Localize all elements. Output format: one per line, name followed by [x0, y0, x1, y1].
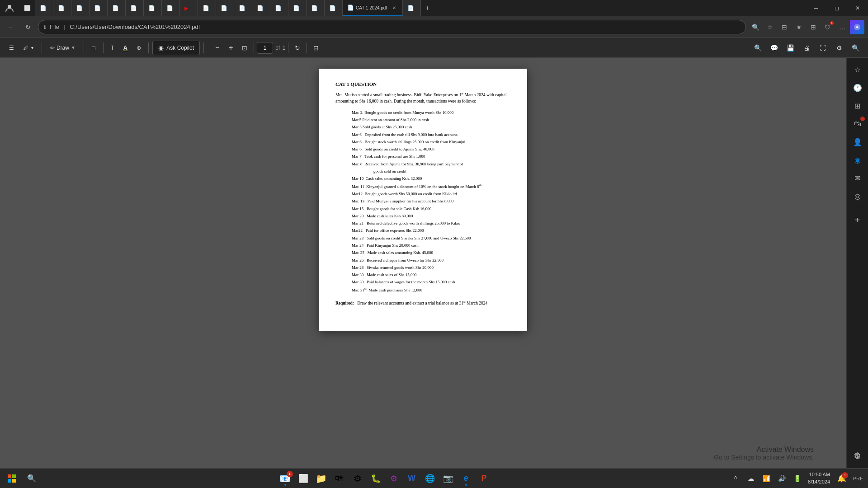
new-tab-button[interactable]: + [421, 4, 434, 12]
tab-12[interactable]: 📄 [234, 0, 252, 16]
tab-13[interactable]: 📄 [252, 0, 270, 16]
search-taskbar-button[interactable]: 🔍 [24, 470, 40, 487]
window-manager-icon[interactable]: ⬜ [19, 0, 35, 16]
minimize-button[interactable]: ─ [806, 0, 826, 16]
browser-essentials-icon[interactable]: 🛡 1 [821, 20, 835, 34]
tab-close-btn[interactable]: ✕ [391, 4, 398, 11]
favorites-sidebar-icon[interactable]: ☆ [849, 61, 866, 78]
comment-button[interactable]: 💬 [767, 41, 781, 55]
two-page-button[interactable]: ⊟ [310, 42, 322, 54]
system-clock[interactable]: 10:50 AM 8/14/2024 [806, 471, 832, 485]
tab-1[interactable]: 📄 [35, 0, 53, 16]
close-button[interactable]: ✕ [847, 0, 868, 16]
annotation-icon: 🖊 [23, 45, 28, 51]
explorer-taskbar-app[interactable]: 📁 [313, 470, 330, 487]
tab-9[interactable]: ▶ [180, 0, 198, 16]
tab-18-active[interactable]: 📄 CAT 1 2024.pdf ✕ [343, 0, 403, 16]
profile-icon-btn[interactable] [3, 1, 16, 15]
edge-running-indicator [465, 484, 467, 486]
zoom-in-button[interactable]: + [225, 42, 237, 54]
favorites-bar-icon[interactable]: ★ [792, 20, 806, 34]
sidebar-add-icon[interactable]: + [849, 212, 866, 228]
app2-taskbar-app[interactable]: ⚙ [386, 470, 402, 487]
print-button[interactable]: 🖨 [799, 41, 814, 55]
tab-4[interactable]: 📄 [90, 0, 108, 16]
settings-taskbar-app[interactable]: ⚙ [349, 470, 366, 487]
mail-taskbar-app[interactable]: 📧 1 [277, 470, 293, 487]
collections-sidebar-icon[interactable]: ⊞ [849, 98, 866, 114]
highlight-button[interactable]: A [119, 41, 131, 55]
tab-19[interactable]: 📄 [403, 0, 421, 16]
tab-3[interactable]: 📄 [71, 0, 90, 16]
save-button[interactable]: 💾 [783, 41, 797, 55]
word-taskbar-app[interactable]: W [404, 470, 420, 487]
tab-14[interactable]: 📄 [270, 0, 288, 16]
separator: | [64, 23, 65, 30]
zoom-out-button[interactable]: − [211, 42, 224, 54]
mail-sidebar-icon[interactable]: ✉ [849, 170, 866, 186]
tab-17[interactable]: 📄 [325, 0, 343, 16]
split-view-icon[interactable]: ⊟ [778, 20, 791, 34]
app1-taskbar-app[interactable]: 🐛 [368, 470, 384, 487]
draw-button[interactable]: ✏ Draw ▼ [46, 41, 80, 55]
taskview-taskbar-app[interactable]: ⬜ [295, 470, 311, 487]
battery-icon[interactable]: 🔋 [791, 470, 803, 487]
tab-6[interactable]: 📄 [126, 0, 144, 16]
ask-copilot-button[interactable]: ◉ Ask Copilot [152, 41, 200, 55]
tab-10[interactable]: 📄 [198, 0, 216, 16]
translate-button[interactable]: ⊕ [133, 41, 145, 55]
find-in-page-icon[interactable]: 🔍 [749, 20, 762, 34]
pdf-viewport[interactable]: CAT 1 QUESTION Mrs. Mutiso started a sma… [0, 58, 846, 468]
bookmark-icon[interactable]: ☆ [763, 20, 777, 34]
annotation-button[interactable]: 🖊 ▼ [19, 41, 38, 55]
pdf-page: CAT 1 QUESTION Mrs. Mutiso started a sma… [319, 69, 527, 331]
powerpoint-taskbar-app[interactable]: P [476, 470, 492, 487]
start-button[interactable] [4, 470, 20, 487]
shopping-sidebar-icon[interactable]: 🛍 [849, 116, 866, 132]
fit-button[interactable]: ⊡ [238, 42, 251, 54]
erase-button[interactable]: ◻ [88, 41, 99, 55]
text-button[interactable]: T [107, 41, 118, 55]
clock-date: 8/14/2024 [808, 479, 830, 485]
search-pdf-button[interactable]: 🔍 [750, 41, 765, 55]
network-icon[interactable]: 📶 [760, 470, 773, 487]
tab-2[interactable]: 📄 [53, 0, 71, 16]
tab-16[interactable]: 📄 [307, 0, 325, 16]
chrome-taskbar-app[interactable]: 🌐 [422, 470, 438, 487]
titlebar: ⬜ 📄 📄 📄 📄 📄 📄 📄 📄 ▶ 📄 📄 📄 📄 📄 📄 📄 📄 📄 CA… [0, 0, 868, 16]
refresh-button[interactable]: ↻ [21, 20, 35, 34]
rotate-button[interactable]: ↻ [291, 42, 304, 54]
collections-icon[interactable]: ⊞ [807, 20, 820, 34]
fullscreen-button[interactable]: ⛶ [816, 41, 830, 55]
pdf-settings-button[interactable]: ⚙ [832, 41, 846, 55]
profile-sidebar-icon[interactable]: 👤 [849, 134, 866, 150]
page-number-input[interactable]: 1 [257, 42, 273, 54]
language-icon[interactable]: PRE [852, 470, 864, 487]
toc-button[interactable]: ☰ [5, 41, 18, 55]
store-taskbar-app[interactable]: 🛍 [331, 470, 348, 487]
chevron-up-icon[interactable]: ^ [729, 470, 742, 487]
volume-icon[interactable]: 🔊 [775, 470, 788, 487]
edge-find-button[interactable]: 🔍 [848, 41, 863, 55]
address-box[interactable]: ℹ File | C:/Users/User/Downloads/CAT%201… [38, 20, 746, 34]
copilot-sidebar-icon[interactable]: ◉ [849, 152, 866, 168]
tab-7[interactable]: 📄 [144, 0, 162, 16]
tab-5[interactable]: 📄 [108, 0, 126, 16]
back-button[interactable]: ← [4, 20, 18, 34]
tab-15[interactable]: 📄 [288, 0, 307, 16]
history-sidebar-icon[interactable]: 🕐 [849, 80, 866, 96]
edge-taskbar-app[interactable]: e [458, 470, 474, 487]
separator-2 [84, 42, 84, 53]
copilot-button[interactable] [850, 20, 864, 34]
watermark-settings-icon[interactable]: ⚙ [850, 448, 864, 463]
tx-19: Mar. 25 Made cash sales amounting Ksh. 4… [352, 249, 511, 256]
outlook-sidebar-icon[interactable]: ◎ [849, 188, 866, 204]
separator-1 [42, 42, 42, 53]
tab-11[interactable]: 📄 [216, 0, 234, 16]
notification-center-button[interactable]: 🔔 1 [835, 470, 849, 487]
more-tools-icon[interactable]: … [835, 20, 849, 34]
maximize-button[interactable]: ◻ [826, 0, 847, 16]
cloud-icon[interactable]: ☁ [745, 470, 757, 487]
camera-taskbar-app[interactable]: 📷 [440, 470, 456, 487]
tab-8[interactable]: 📄 [162, 0, 180, 16]
